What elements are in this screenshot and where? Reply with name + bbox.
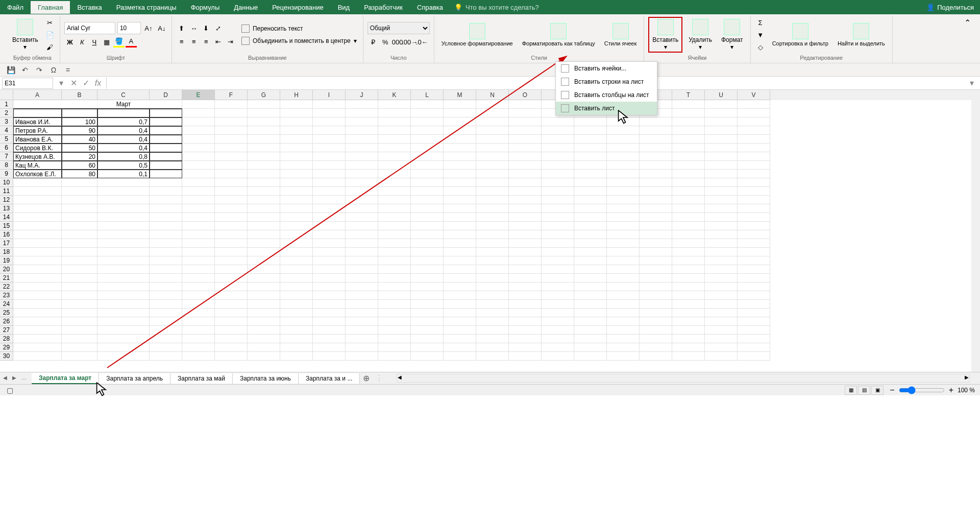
cell[interactable] <box>509 152 542 161</box>
row-header[interactable]: 6 <box>0 144 13 152</box>
cell[interactable] <box>346 170 378 178</box>
cell[interactable] <box>62 100 97 109</box>
cell[interactable] <box>182 109 215 117</box>
underline-button[interactable]: Ч <box>89 36 100 48</box>
cell[interactable] <box>378 309 411 317</box>
cell[interactable] <box>476 204 509 213</box>
cell[interactable] <box>62 274 97 282</box>
cell[interactable] <box>13 256 62 265</box>
cell[interactable] <box>476 300 509 309</box>
cell[interactable] <box>97 109 150 117</box>
cell[interactable] <box>574 248 607 256</box>
cell[interactable] <box>542 239 574 248</box>
cell[interactable] <box>215 144 248 152</box>
increase-decimal-button[interactable]: .00→ <box>404 36 415 48</box>
vertical-scrollbar[interactable] <box>971 100 980 372</box>
copy-button[interactable]: 📄 <box>44 29 56 40</box>
col-header-L[interactable]: L <box>411 90 444 100</box>
cell[interactable] <box>313 309 346 317</box>
cell[interactable] <box>215 248 248 256</box>
cell[interactable] <box>509 317 542 326</box>
row-header[interactable]: 17 <box>0 239 13 248</box>
zoom-slider[interactable] <box>899 386 945 394</box>
cell[interactable] <box>476 152 509 161</box>
cell[interactable] <box>476 187 509 196</box>
cell[interactable] <box>476 222 509 230</box>
tab-insert[interactable]: Вставка <box>70 1 109 14</box>
cell[interactable] <box>672 117 705 126</box>
cell-styles-button[interactable]: Стили ячеек <box>601 22 640 48</box>
cell[interactable] <box>313 300 346 309</box>
cell[interactable] <box>574 326 607 335</box>
cell[interactable] <box>607 352 640 361</box>
cell[interactable] <box>542 300 574 309</box>
cell[interactable] <box>280 152 313 161</box>
clear-button[interactable]: ◇ <box>755 41 766 53</box>
cell[interactable] <box>672 300 705 309</box>
sheet-tab-4[interactable]: Зарплата за июнь <box>233 373 299 384</box>
cell[interactable] <box>280 126 313 135</box>
cell[interactable] <box>640 256 672 265</box>
cell[interactable] <box>182 152 215 161</box>
row-header[interactable]: 13 <box>0 204 13 213</box>
cell[interactable]: 20 <box>62 152 97 161</box>
cell[interactable] <box>378 100 411 109</box>
cell[interactable]: 0,7 <box>97 117 150 126</box>
cell[interactable]: Иванов И.И. <box>13 117 62 126</box>
cell[interactable] <box>215 222 248 230</box>
cell[interactable] <box>574 343 607 352</box>
cell[interactable] <box>574 204 607 213</box>
cell[interactable] <box>640 300 672 309</box>
cell[interactable] <box>542 178 574 187</box>
sheet-tab-2[interactable]: Зарплата за апрель <box>99 373 170 384</box>
cell[interactable] <box>215 135 248 144</box>
sheet-tab-3[interactable]: Зарплата за май <box>170 373 233 384</box>
cell[interactable] <box>705 204 738 213</box>
row-header[interactable]: 16 <box>0 230 13 239</box>
cell[interactable] <box>248 144 280 152</box>
cell[interactable] <box>150 230 182 239</box>
cell[interactable] <box>150 135 182 144</box>
cell[interactable] <box>346 300 378 309</box>
cell[interactable] <box>509 309 542 317</box>
cell[interactable] <box>280 204 313 213</box>
cell[interactable] <box>248 126 280 135</box>
cell[interactable] <box>13 222 62 230</box>
align-center-button[interactable]: ≡ <box>188 36 200 47</box>
cell[interactable] <box>248 152 280 161</box>
cell[interactable] <box>150 274 182 282</box>
cell[interactable] <box>444 230 476 239</box>
cell[interactable] <box>215 213 248 222</box>
cell[interactable] <box>62 178 97 187</box>
cell[interactable] <box>378 222 411 230</box>
cell[interactable] <box>13 213 62 222</box>
cell[interactable] <box>13 282 62 291</box>
cell[interactable] <box>313 178 346 187</box>
cell[interactable] <box>97 317 150 326</box>
sort-filter-button[interactable]: Сортировка и фильтр <box>769 22 831 48</box>
cell[interactable] <box>672 291 705 300</box>
cell[interactable] <box>705 100 738 109</box>
cell[interactable] <box>574 265 607 274</box>
cell[interactable] <box>542 309 574 317</box>
cell[interactable] <box>13 109 62 117</box>
cell[interactable] <box>215 309 248 317</box>
cell[interactable] <box>13 187 62 196</box>
cell[interactable] <box>378 256 411 265</box>
cell[interactable] <box>542 196 574 204</box>
cell[interactable] <box>738 343 770 352</box>
cell[interactable]: 0,4 <box>97 135 150 144</box>
cell[interactable] <box>150 343 182 352</box>
cell[interactable] <box>444 144 476 152</box>
cell[interactable] <box>182 282 215 291</box>
cell[interactable] <box>97 274 150 282</box>
cell[interactable] <box>97 204 150 213</box>
cell[interactable] <box>607 274 640 282</box>
cell[interactable] <box>248 248 280 256</box>
cell[interactable] <box>509 265 542 274</box>
cell[interactable] <box>476 117 509 126</box>
cell[interactable] <box>509 100 542 109</box>
cell[interactable] <box>346 282 378 291</box>
cell[interactable] <box>640 135 672 144</box>
cell[interactable] <box>280 335 313 343</box>
